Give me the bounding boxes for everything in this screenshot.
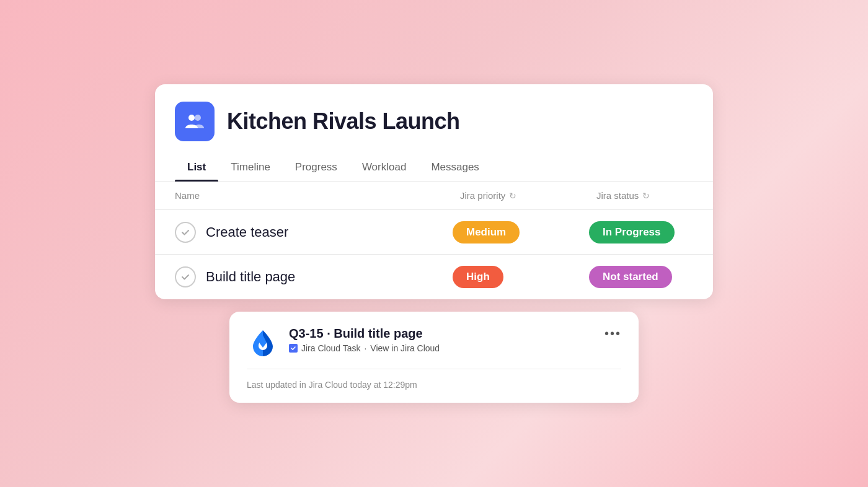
jira-subtitle: Jira Cloud Task · View in Jira Cloud <box>289 343 440 353</box>
jira-checkbox-icon <box>289 344 298 353</box>
task-name-cell: Build title page <box>155 257 440 297</box>
jira-logo-icon <box>247 327 279 359</box>
col-name: Name <box>155 182 440 209</box>
col-priority: Jira priority ↻ <box>440 182 577 209</box>
more-options-button[interactable]: ••• <box>604 327 621 341</box>
tab-progress[interactable]: Progress <box>283 154 350 181</box>
tab-messages[interactable]: Messages <box>418 154 491 181</box>
people-icon <box>183 110 206 133</box>
table-row[interactable]: Create teaser Medium In Progress <box>155 210 713 255</box>
last-updated-text: Last updated in Jira Cloud today at 12:2… <box>247 380 417 390</box>
tasks-table: Name Jira priority ↻ Jira status ↻ <box>155 182 713 299</box>
status-refresh-icon: ↻ <box>642 191 650 201</box>
tab-list[interactable]: List <box>175 154 218 181</box>
status-cell: In Progress <box>577 211 713 253</box>
tabs-bar: List Timeline Progress Workload Messages <box>155 154 713 182</box>
detail-card-header: Q3-15 · Build title page Jira Cloud Task… <box>247 327 621 359</box>
divider <box>247 369 621 369</box>
status-cell: Not started <box>577 256 713 298</box>
priority-cell: High <box>440 256 577 298</box>
top-card: Kitchen Rivals Launch List Timeline Prog… <box>155 84 713 299</box>
priority-refresh-icon: ↻ <box>509 191 516 201</box>
check-icon <box>175 222 196 243</box>
priority-cell: Medium <box>440 211 577 253</box>
svg-point-0 <box>188 115 195 121</box>
project-icon <box>175 102 215 141</box>
table-row[interactable]: Build title page High Not started <box>155 255 713 299</box>
check-icon <box>175 266 196 287</box>
status-badge: Not started <box>589 266 672 288</box>
task-name: Create teaser <box>206 224 288 240</box>
card-header: Kitchen Rivals Launch <box>155 84 713 141</box>
main-container: Kitchen Rivals Launch List Timeline Prog… <box>155 84 713 403</box>
jira-info: Q3-15 · Build title page Jira Cloud Task… <box>289 327 440 353</box>
table-header: Name Jira priority ↻ Jira status ↻ <box>155 182 713 210</box>
tab-workload[interactable]: Workload <box>350 154 419 181</box>
col-status: Jira status ↻ <box>577 182 713 209</box>
task-name-cell: Create teaser <box>155 212 440 253</box>
jira-task-title: Q3-15 · Build title page <box>289 327 440 341</box>
project-title: Kitchen Rivals Launch <box>227 108 460 134</box>
priority-badge: Medium <box>453 221 520 244</box>
view-in-jira-link[interactable]: View in Jira Cloud <box>370 343 440 353</box>
detail-card-left: Q3-15 · Build title page Jira Cloud Task… <box>247 327 440 359</box>
svg-point-1 <box>195 115 201 121</box>
priority-badge: High <box>453 266 503 288</box>
task-name: Build title page <box>206 269 295 285</box>
tab-timeline[interactable]: Timeline <box>218 154 283 181</box>
detail-card: Q3-15 · Build title page Jira Cloud Task… <box>229 312 639 403</box>
status-badge: In Progress <box>589 221 675 244</box>
